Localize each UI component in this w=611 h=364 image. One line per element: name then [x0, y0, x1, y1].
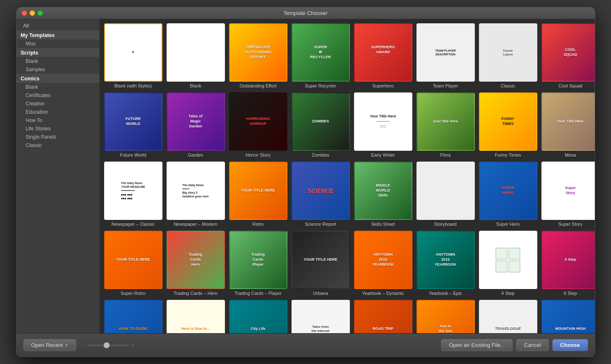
sidebar-section-scripts[interactable]: Scripts	[17, 48, 100, 57]
template-item-super-retro[interactable]: YOUR TITLE HERE Super-Retro	[104, 231, 162, 296]
template-thumb-flora[interactable]: your title here	[416, 92, 475, 151]
template-thumb-city-life[interactable]: City Life	[229, 300, 287, 333]
template-item-newspaper-modern[interactable]: The Daily News━━━━Big story 2headline go…	[167, 162, 225, 227]
template-item-skills-sheet[interactable]: MIDDLEWORLDSkills Skills Sheet	[354, 162, 412, 227]
template-item-future-world[interactable]: FUTUREWORLD Future World	[104, 92, 162, 157]
template-item-travelogue[interactable]: TRAVELOGUE Travelogue	[479, 300, 537, 333]
template-thumb-blank-styles[interactable]: ▼	[104, 23, 162, 82]
template-thumb-cool-squad[interactable]: COOLSQUAD	[541, 23, 595, 82]
template-thumb-yearbook-dynamic[interactable]: ANYTOWN2016YEARBOOK	[354, 231, 412, 289]
template-thumb-zombies[interactable]: ZOMBIES	[292, 92, 350, 151]
template-item-road-trip[interactable]: ROAD TRIP Road Trip	[354, 300, 412, 333]
template-item-newspaper-classic[interactable]: The Daily NewsYOUR HEADLINE━━━━━━━━■■■ ■…	[104, 162, 162, 227]
template-item-funny-times[interactable]: FUNNYTIMES Funny Times	[479, 92, 537, 157]
template-item-early-writer[interactable]: Your Title Here─────□ □ Early Writer	[354, 92, 412, 157]
template-thumb-team-player[interactable]: TEAM PLAYERDESCRIPTION	[416, 23, 475, 82]
choose-button[interactable]: Choose	[552, 339, 588, 351]
template-thumb-super-story[interactable]: SuperStory	[541, 162, 595, 220]
template-item-storyboard[interactable]: Storyboard	[416, 162, 475, 227]
template-item-yearbook-epic[interactable]: ANYTOWN2016YEARBOOK Yearbook – Epic	[416, 231, 475, 296]
template-thumb-trading-cards-player[interactable]: TradingCardsPlayer	[229, 231, 287, 289]
template-item-science-report[interactable]: SCIENCE Science Report	[292, 162, 350, 227]
sidebar-subitem-blank-comics[interactable]: Blank	[17, 83, 100, 91]
template-thumb-newspaper-modern[interactable]: The Daily News━━━━Big story 2headline go…	[167, 162, 225, 220]
template-thumb-urbana[interactable]: YOUR TITLE HERE	[292, 231, 350, 289]
open-recent-button[interactable]: Open Recent ▼	[23, 339, 77, 351]
template-thumb-winter[interactable]: MOUNTAIN HIGH	[541, 300, 595, 333]
template-item-garden[interactable]: Tales ofMagicGarden Garden	[167, 92, 225, 157]
template-thumb-science-report[interactable]: SCIENCE	[292, 162, 350, 220]
minimize-button[interactable]	[30, 10, 35, 16]
template-item-classic[interactable]: ClassicLayout Classic	[479, 23, 537, 88]
template-item-superhero[interactable]: SUPERHEROAWARD⭕ Superhero	[354, 23, 412, 88]
template-item-mesa[interactable]: Your Title Here Mesa	[541, 92, 595, 157]
sidebar-subitem-blank-scripts[interactable]: Blank	[17, 57, 100, 65]
template-thumb-superhero[interactable]: SUPERHEROAWARD⭕	[354, 23, 412, 82]
template-thumb-garden[interactable]: Tales ofMagicGarden	[167, 92, 225, 151]
template-thumb-stickies[interactable]: Here is how to...	[167, 300, 225, 333]
sidebar-section-my-templates[interactable]: My Templates	[17, 30, 100, 40]
template-thumb-storyboard[interactable]	[416, 162, 475, 220]
template-thumb-blank[interactable]	[167, 23, 225, 82]
template-thumb-early-writer[interactable]: Your Title Here─────□ □	[354, 92, 412, 151]
template-thumb-outstanding-effort[interactable]: CERTIFICATEOUTSTANDINGEFFORT	[229, 23, 287, 82]
template-thumb-internet-tales[interactable]: Tales fromthe Internet	[292, 300, 350, 333]
template-thumb-summer[interactable]: Fun inthe Sun	[416, 300, 475, 333]
sidebar-item-all[interactable]: All	[17, 21, 100, 30]
sidebar-subitem-education[interactable]: Education	[17, 108, 100, 116]
template-thumb-horror-story[interactable]: HARROWINGHORROR	[229, 92, 287, 151]
size-slider[interactable]	[87, 344, 129, 346]
template-item-retro[interactable]: YOUR TITLE HERE Retro	[229, 162, 287, 227]
template-item-urbana[interactable]: YOUR TITLE HERE Urbana	[292, 231, 350, 296]
template-thumb-mesa[interactable]: Your Title Here	[541, 92, 595, 151]
template-thumb-skills-sheet[interactable]: MIDDLEWORLDSkills	[354, 162, 412, 220]
template-item-cool-squad[interactable]: COOLSQUAD Cool Squad	[541, 23, 595, 88]
template-thumb-travelogue[interactable]: TRAVELOGUE	[479, 300, 537, 333]
sidebar-subitem-certificates[interactable]: Certificates	[17, 91, 100, 100]
template-thumb-newspaper-classic[interactable]: The Daily NewsYOUR HEADLINE━━━━━━━━■■■ ■…	[104, 162, 162, 220]
cancel-button[interactable]: Cancel	[516, 339, 549, 351]
sidebar-subitem-life-stories[interactable]: Life Stories	[17, 125, 100, 133]
template-item-6-step[interactable]: 6 Step 6 Step	[541, 231, 595, 296]
template-thumb-super-recycler[interactable]: SUPER♻RECYCLER	[292, 23, 350, 82]
template-thumb-6-step[interactable]: 6 Step	[541, 231, 595, 289]
close-button[interactable]	[22, 10, 27, 16]
template-item-blank[interactable]: Blank	[167, 23, 225, 88]
template-item-outstanding-effort[interactable]: CERTIFICATEOUTSTANDINGEFFORT Outstanding…	[229, 23, 287, 88]
sidebar-subitem-samples[interactable]: Samples	[17, 65, 100, 74]
maximize-button[interactable]	[37, 10, 43, 16]
template-item-super-hero[interactable]: SUPERHERO Super Hero	[479, 162, 537, 227]
sidebar-subitem-misc[interactable]: Misc	[17, 40, 100, 48]
template-item-blue-orange[interactable]: HOW TO GUIDE Blue Orange	[104, 300, 162, 333]
template-thumb-blue-orange[interactable]: HOW TO GUIDE	[104, 300, 162, 333]
template-item-team-player[interactable]: TEAM PLAYERDESCRIPTION Team Player	[416, 23, 475, 88]
template-thumb-trading-cards-hero[interactable]: TradingCardsHero	[167, 231, 225, 289]
template-thumb-road-trip[interactable]: ROAD TRIP	[354, 300, 412, 333]
template-item-trading-cards-hero[interactable]: TradingCardsHero Trading Cards – Hero	[167, 231, 225, 296]
template-item-trading-cards-player[interactable]: TradingCardsPlayer Trading Cards – Playe…	[229, 231, 287, 296]
template-item-winter[interactable]: MOUNTAIN HIGH Winter	[541, 300, 595, 333]
sidebar-section-comics[interactable]: Comics	[17, 74, 100, 83]
template-thumb-future-world[interactable]: FUTUREWORLD	[104, 92, 162, 151]
template-thumb-super-hero[interactable]: SUPERHERO	[479, 162, 537, 220]
template-thumb-4-step[interactable]	[479, 231, 537, 289]
template-item-yearbook-dynamic[interactable]: ANYTOWN2016YEARBOOK Yearbook – Dynamic	[354, 231, 412, 296]
template-item-horror-story[interactable]: HARROWINGHORROR Horror Story	[229, 92, 287, 157]
sidebar-subitem-classic[interactable]: Classic	[17, 141, 100, 150]
template-item-stickies[interactable]: Here is how to... Stickies	[167, 300, 225, 333]
template-thumb-super-retro[interactable]: YOUR TITLE HERE	[104, 231, 162, 289]
template-item-super-recycler[interactable]: SUPER♻RECYCLER Super Recycler	[292, 23, 350, 88]
slider-thumb[interactable]	[104, 342, 110, 348]
template-thumb-classic[interactable]: ClassicLayout	[479, 23, 537, 82]
template-item-city-life[interactable]: City Life City Life	[229, 300, 287, 333]
template-item-internet-tales[interactable]: Tales fromthe Internet Internet Tales	[292, 300, 350, 333]
template-item-flora[interactable]: your title here Flora	[416, 92, 475, 157]
template-item-super-story[interactable]: SuperStory Super Story	[541, 162, 595, 227]
template-item-4-step[interactable]: 4 Step	[479, 231, 537, 296]
template-item-blank-styles[interactable]: ▼ Blank (with Styles)	[104, 23, 162, 88]
template-thumb-retro[interactable]: YOUR TITLE HERE	[229, 162, 287, 220]
template-thumb-yearbook-epic[interactable]: ANYTOWN2016YEARBOOK	[416, 231, 475, 289]
template-item-zombies[interactable]: ZOMBIES Zombies	[292, 92, 350, 157]
open-existing-button[interactable]: Open an Existing File...	[441, 339, 513, 351]
sidebar-subitem-single-panels[interactable]: Single Panels	[17, 133, 100, 141]
